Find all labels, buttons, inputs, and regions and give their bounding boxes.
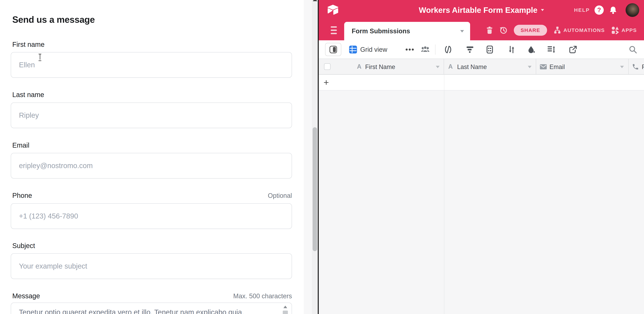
- column-header-phone[interactable]: Phone: [629, 59, 644, 75]
- grid-header-row: A First Name A Last Name Email: [319, 59, 644, 75]
- textarea-scroll-up-icon[interactable]: [284, 306, 287, 308]
- email-field-type-icon: [540, 64, 547, 69]
- page-scrollbar-up-icon[interactable]: [313, 0, 317, 1]
- airtable-tabbar: Form Submissions: [319, 20, 644, 40]
- active-table-name: Form Submissions: [352, 22, 410, 40]
- page-gutter: [304, 0, 312, 314]
- automations-icon: [554, 27, 561, 34]
- select-all-checkbox[interactable]: [324, 63, 330, 70]
- airtable-topbar: Workers Airtable Form Example HELP ?: [319, 0, 644, 20]
- collaborators-icon[interactable]: [421, 46, 430, 53]
- last-name-label: Last name: [12, 91, 44, 99]
- first-name-input[interactable]: [11, 52, 292, 78]
- hamburger-menu-icon[interactable]: [331, 26, 337, 34]
- column-header-last-name[interactable]: A Last Name: [444, 59, 536, 75]
- sidebar-icon: [329, 46, 337, 54]
- column-caret-icon[interactable]: [620, 66, 624, 68]
- sort-icon[interactable]: [508, 46, 516, 54]
- avatar[interactable]: [626, 3, 639, 17]
- table-tab-caret-icon[interactable]: [460, 30, 464, 33]
- more-options-icon[interactable]: [406, 49, 414, 51]
- message-label: Message: [12, 292, 40, 300]
- group-icon[interactable]: [486, 46, 494, 54]
- row-height-icon[interactable]: [547, 46, 556, 54]
- phone-field-type-icon: [632, 63, 639, 70]
- column-header-email[interactable]: Email: [536, 59, 629, 75]
- trash-icon[interactable]: [486, 26, 493, 34]
- page-title: Send us a message: [12, 14, 95, 25]
- tab-form-submissions[interactable]: Form Submissions: [344, 22, 470, 40]
- view-toolbar: Grid view: [319, 40, 644, 59]
- column-name: Phone: [642, 63, 644, 71]
- phone-optional-hint: Optional: [268, 192, 292, 199]
- grid-view-icon[interactable]: [349, 46, 357, 54]
- share-view-icon[interactable]: [569, 46, 577, 54]
- column-name: First Name: [365, 63, 395, 71]
- text-field-type-icon: A: [357, 63, 362, 70]
- column-divider: [444, 91, 444, 314]
- history-icon[interactable]: [500, 26, 507, 34]
- bell-icon[interactable]: [609, 6, 617, 14]
- message-maxchars-hint: Max. 500 characters: [233, 292, 292, 300]
- column-caret-icon[interactable]: [528, 66, 532, 68]
- base-title[interactable]: Workers Airtable Form Example: [419, 6, 537, 15]
- apps-button[interactable]: APPS: [611, 26, 637, 34]
- email-field[interactable]: [11, 153, 292, 179]
- automations-button[interactable]: AUTOMATIONS: [554, 27, 605, 34]
- subject-input[interactable]: [11, 253, 292, 279]
- add-row-plus-icon[interactable]: +: [324, 78, 329, 87]
- filter-icon[interactable]: [466, 46, 474, 54]
- first-name-label: First name: [12, 41, 44, 48]
- airtable-pane: Workers Airtable Form Example HELP ?: [319, 0, 644, 314]
- apps-icon: [611, 26, 619, 34]
- view-name[interactable]: Grid view: [360, 46, 387, 53]
- message-textarea[interactable]: Tenetur optio quaerat expedita vero et i…: [11, 302, 292, 314]
- add-row[interactable]: +: [319, 75, 644, 91]
- column-divider: [444, 75, 444, 90]
- subject-label: Subject: [12, 242, 35, 250]
- column-header-first-name[interactable]: A First Name: [319, 59, 444, 75]
- phone-label: Phone: [12, 192, 32, 199]
- column-caret-icon[interactable]: [436, 66, 440, 68]
- column-name: Last Name: [457, 63, 487, 71]
- color-icon[interactable]: [528, 46, 535, 54]
- toolbar-divider: [435, 45, 436, 55]
- email-label: Email: [12, 141, 29, 149]
- text-cursor-icon: [38, 54, 42, 60]
- last-name-input[interactable]: [11, 103, 292, 128]
- page-scrollbar-thumb[interactable]: [312, 127, 317, 251]
- textarea-scrollbar-thumb[interactable]: [283, 310, 288, 314]
- hide-fields-icon[interactable]: [444, 46, 452, 54]
- text-field-type-icon: A: [448, 63, 453, 70]
- topbar-right-cluster: HELP ?: [574, 0, 644, 20]
- help-question-icon[interactable]: ?: [594, 6, 604, 15]
- share-button[interactable]: SHARE: [514, 25, 547, 36]
- contact-form-pane: Send us a message First name Last name E…: [0, 0, 312, 314]
- phone-field[interactable]: [11, 203, 292, 229]
- search-icon[interactable]: [629, 46, 637, 54]
- help-button[interactable]: HELP: [574, 7, 590, 13]
- grid-empty-area: [319, 91, 644, 314]
- column-name: Email: [550, 63, 565, 71]
- tabbar-right-cluster: SHARE AUTOMATIONS: [486, 20, 644, 40]
- base-title-caret-icon[interactable]: [541, 9, 544, 11]
- views-sidebar-toggle-button[interactable]: [325, 43, 341, 56]
- screen: Send us a message First name Last name E…: [0, 0, 644, 314]
